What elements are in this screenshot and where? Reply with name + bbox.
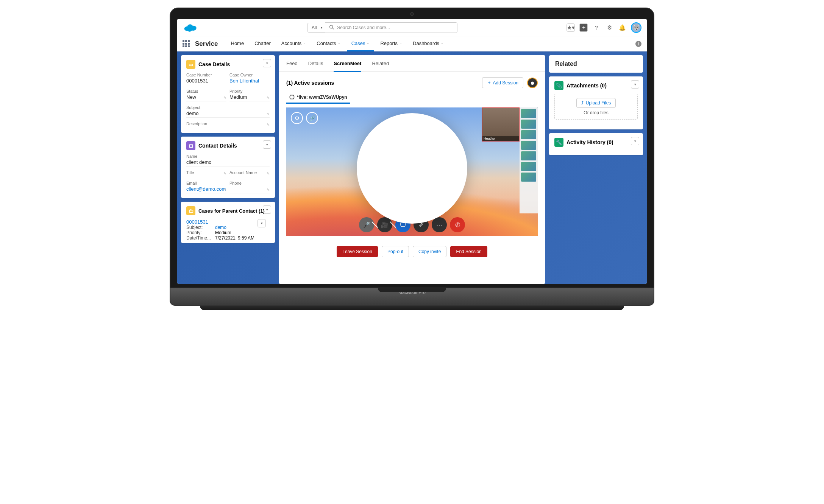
favorites-icon[interactable]: ★▾	[566, 23, 575, 32]
webcam-dot	[410, 12, 414, 16]
screen-share-viewport: ⚙ 🔗 Heather Your microphone is muted	[286, 107, 538, 236]
participant-name-label: Heather	[482, 136, 519, 141]
global-header: All Search Cases and more... ★▾ ＋ ? ⚙ 🔔 …	[177, 19, 647, 36]
priority-value: Medium	[229, 94, 270, 100]
drop-hint: Or drop files	[584, 110, 608, 115]
laptop-base: MacBook Pro	[170, 288, 654, 306]
upload-icon: ⤴	[581, 100, 584, 106]
svg-point-4	[330, 25, 333, 28]
card-title: Attachments (0)	[566, 82, 607, 89]
nav-cases[interactable]: Cases⌄	[347, 36, 375, 51]
session-link-icon[interactable]: 🔗	[306, 112, 318, 124]
active-sessions-title: (1) Active sessions	[286, 80, 334, 86]
related-section-title: Related	[549, 55, 643, 73]
contact-email-link[interactable]: client@demo.com	[186, 186, 226, 192]
row-menu-button[interactable]: ▾	[258, 219, 266, 227]
nav-chatter[interactable]: Chatter	[250, 36, 275, 51]
status-value: New	[186, 94, 226, 100]
play-video-overlay-button[interactable]	[355, 112, 469, 227]
session-settings-icon[interactable]: ⚙	[291, 112, 303, 124]
nav-dashboards[interactable]: Dashboards⌄	[408, 36, 448, 51]
app-launcher-icon[interactable]	[183, 40, 190, 47]
case-owner-link[interactable]: Ben Lilienthal	[229, 78, 270, 84]
app-name: Service	[195, 40, 218, 48]
search-scope-dropdown[interactable]: All	[307, 23, 325, 33]
chevron-down-icon: ⌄	[399, 41, 402, 45]
tab-feed[interactable]: Feed	[286, 61, 298, 72]
nav-home[interactable]: Home	[226, 36, 249, 51]
card-title: Activity History (0)	[566, 139, 613, 145]
card-menu-button[interactable]: ▾	[263, 59, 271, 67]
agent-avatar[interactable]: ☻	[527, 78, 538, 88]
svg-point-3	[187, 28, 192, 32]
file-drop-zone[interactable]: ⤴ Upload Files Or drop files	[554, 94, 638, 120]
related-case-item: ▾ 00001531 Subject:demo Priority:Medium …	[186, 219, 270, 241]
parent-cases-card: ▾ 🗀 Cases for Parent Contact (1) ▾ 00001…	[181, 202, 275, 243]
app-nav: Service Home Chatter Accounts⌄ Contacts⌄…	[177, 36, 647, 51]
contact-details-card: ▾ ⊡ Contact Details Nameclient demo Titl…	[181, 137, 275, 198]
leave-session-button[interactable]: Leave Session	[337, 246, 378, 257]
add-icon[interactable]: ＋	[579, 23, 588, 32]
notifications-bell-icon[interactable]: 🔔	[618, 23, 626, 32]
card-title: Cases for Parent Contact (1)	[198, 208, 265, 214]
popout-button[interactable]: Pop-out	[382, 246, 409, 257]
chevron-down-icon: ⌄	[338, 41, 341, 45]
contact-name: client demo	[186, 159, 270, 165]
case-icon: ▭	[186, 60, 195, 69]
contact-icon: ⊡	[186, 141, 195, 150]
attachment-icon: 📎	[554, 81, 563, 90]
case-icon: 🗀	[186, 206, 195, 215]
card-menu-button[interactable]: ▾	[263, 140, 271, 149]
help-icon[interactable]: ?	[592, 23, 601, 32]
card-title: Case Details	[198, 61, 230, 67]
tab-screenmeet[interactable]: ScreenMeet	[334, 61, 361, 72]
monitor-icon: 🖵	[289, 94, 295, 100]
laptop-foot	[200, 306, 624, 310]
add-session-button[interactable]: ＋Add Session	[482, 77, 523, 88]
svg-line-5	[332, 28, 334, 29]
info-icon[interactable]: i	[635, 41, 641, 47]
case-number: 00001531	[186, 78, 226, 84]
related-case-number-link[interactable]: 00001531	[186, 219, 270, 225]
end-session-button[interactable]: End Session	[450, 246, 487, 257]
card-menu-button[interactable]: ▾	[631, 137, 639, 145]
card-title: Contact Details	[198, 143, 237, 149]
remote-desktop-icons-strip	[520, 107, 538, 213]
global-search-input[interactable]: Search Cases and more...	[325, 22, 457, 33]
nav-accounts[interactable]: Accounts⌄	[277, 36, 311, 51]
card-menu-button[interactable]: ▾	[263, 205, 271, 214]
wrench-icon: 🔧	[554, 138, 563, 147]
edit-pencil-icon[interactable]: ✎	[267, 188, 270, 192]
edit-pencil-icon[interactable]: ✎	[267, 96, 270, 100]
search-placeholder: Search Cases and more...	[337, 25, 390, 30]
user-avatar[interactable]: 🐺	[631, 22, 641, 33]
activity-history-card: ▾ 🔧 Activity History (0)	[549, 133, 643, 155]
upload-files-button[interactable]: ⤴ Upload Files	[576, 98, 616, 108]
edit-pencil-icon[interactable]: ✎	[223, 96, 226, 100]
svg-point-9	[376, 132, 448, 204]
edit-pencil-icon[interactable]: ✎	[267, 112, 270, 116]
chevron-down-icon: ⌄	[303, 41, 306, 45]
salesforce-logo	[183, 22, 198, 33]
session-tab-live[interactable]: 🖵 *live: wwmZVSsWUpyn	[286, 92, 350, 104]
setup-gear-icon[interactable]: ⚙	[605, 23, 613, 32]
edit-pencil-icon[interactable]: ✎	[223, 188, 226, 192]
nav-reports[interactable]: Reports⌄	[376, 36, 407, 51]
edit-pencil-icon[interactable]: ✎	[223, 171, 226, 176]
case-details-card: ▾ ▭ Case Details Case Number00001531 Cas…	[181, 55, 275, 133]
search-icon	[329, 25, 334, 31]
chevron-down-icon: ⌄	[367, 41, 370, 45]
subject-value: demo	[186, 110, 270, 116]
card-menu-button[interactable]: ▾	[631, 80, 639, 89]
case-tabs-panel: Feed Details ScreenMeet Related (1) Acti…	[279, 55, 545, 284]
edit-pencil-icon[interactable]: ✎	[267, 171, 270, 176]
tab-related[interactable]: Related	[372, 61, 389, 72]
edit-pencil-icon[interactable]: ✎	[267, 123, 270, 127]
chevron-down-icon: ⌄	[441, 41, 444, 45]
participant-video-thumbnail[interactable]: Heather	[482, 107, 520, 142]
attachments-card: ▾ 📎 Attachments (0) ⤴ Upload Files Or dr…	[549, 76, 643, 129]
nav-contacts[interactable]: Contacts⌄	[312, 36, 345, 51]
tab-details[interactable]: Details	[308, 61, 323, 72]
copy-invite-button[interactable]: Copy invite	[413, 246, 446, 257]
